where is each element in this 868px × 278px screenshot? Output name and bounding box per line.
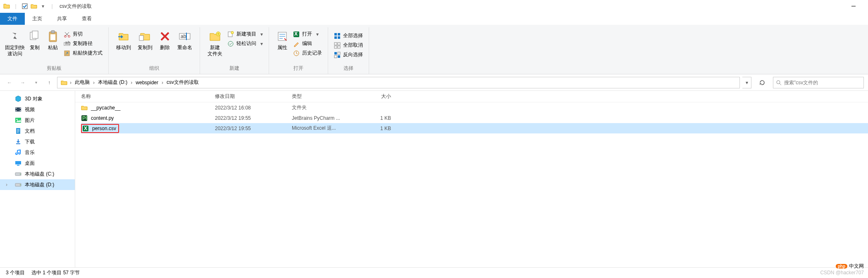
file-name: __pycache__ <box>91 105 120 111</box>
qat-dropdown-icon[interactable]: ▾ <box>40 3 46 10</box>
search-icon <box>776 80 782 86</box>
tab-share[interactable]: 共享 <box>50 13 74 25</box>
select-none-button[interactable]: 全部取消 <box>332 41 365 50</box>
tree-item[interactable]: 下载 <box>0 136 75 147</box>
svg-point-19 <box>228 41 233 46</box>
file-size: 1 KB <box>354 115 403 121</box>
copy-path-button[interactable]: abc复制路径 <box>62 39 104 48</box>
tab-view[interactable]: 查看 <box>74 13 99 25</box>
tree-label: 文档 <box>25 128 35 135</box>
ribbon-group-clipboard: 固定到快速访问 复制 粘贴 剪切 abc复制路径 粘贴快捷方式 剪贴板 <box>0 27 109 74</box>
rename-button[interactable]: ab 重命名 <box>174 27 196 52</box>
col-size[interactable]: 大小 <box>354 93 403 100</box>
tree-item[interactable]: 本地磁盘 (C:) <box>0 169 75 179</box>
paste-shortcut-button[interactable]: 粘贴快捷方式 <box>62 49 104 57</box>
selectnone-icon <box>334 42 341 49</box>
edit-icon <box>293 40 300 47</box>
properties-button[interactable]: 属性 <box>273 27 291 52</box>
file-row[interactable]: PCcontent.py2022/3/12 19:55JetBrains PyC… <box>81 113 868 123</box>
title-bar: | ▾ | csv文件的读取 <box>0 0 868 12</box>
easyaccess-icon <box>227 40 234 47</box>
ribbon-group-organize: 移动到 复制到 删除 ab 重命名 组织 <box>109 27 200 74</box>
ribbon-group-open: 属性 X打开▾ 编辑 历史记录 打开 <box>269 27 328 74</box>
copy-icon <box>29 29 40 44</box>
tree-item[interactable]: 视频 <box>0 104 75 115</box>
nav-recent-button[interactable]: ▾ <box>31 77 41 88</box>
properties-icon <box>277 29 288 44</box>
chevron-right-icon[interactable]: › <box>130 78 133 87</box>
search-box[interactable] <box>773 77 864 88</box>
file-date: 2022/3/12 19:55 <box>215 115 292 121</box>
cut-button[interactable]: 剪切 <box>62 30 104 38</box>
select-all-button[interactable]: 全部选择 <box>332 31 365 40</box>
new-folder-button[interactable]: 新建 文件夹 <box>204 27 226 59</box>
divider: | <box>49 3 55 10</box>
search-input[interactable] <box>784 80 861 86</box>
nav-forward-button[interactable]: → <box>17 77 28 88</box>
delete-icon <box>160 29 170 44</box>
chevron-right-icon[interactable]: › <box>161 78 164 87</box>
breadcrumb-item[interactable]: csv文件的读取 <box>164 77 201 88</box>
invert-selection-button[interactable]: 反向选择 <box>332 50 365 59</box>
col-date[interactable]: 修改日期 <box>215 93 292 100</box>
svg-point-44 <box>17 119 18 120</box>
chevron-right-icon[interactable]: › <box>69 78 72 87</box>
paste-icon <box>48 29 58 44</box>
tab-file[interactable]: 文件 <box>0 13 25 25</box>
group-label: 剪贴板 <box>47 64 62 74</box>
breadcrumb-item[interactable]: 此电脑 <box>72 77 92 88</box>
svg-point-36 <box>777 81 780 84</box>
svg-rect-46 <box>15 161 21 164</box>
col-name[interactable]: 名称 <box>81 93 215 100</box>
nav-back-button[interactable]: ← <box>4 77 15 88</box>
folder-icon <box>3 3 10 10</box>
new-item-button[interactable]: 新建项目▾ <box>226 30 265 38</box>
tree-item[interactable]: 3D 对象 <box>0 93 75 104</box>
tree-item[interactable]: 图片 <box>0 115 75 126</box>
minimize-button[interactable] <box>850 2 857 10</box>
tab-home[interactable]: 主页 <box>25 13 50 25</box>
tree-label: 本地磁盘 (D:) <box>25 181 54 188</box>
svg-rect-33 <box>338 52 340 55</box>
folder-small-icon[interactable] <box>31 3 37 10</box>
path-dropdown-button[interactable]: ▾ <box>742 77 751 88</box>
open-button[interactable]: X打开▾ <box>291 30 324 38</box>
pin-to-quick-access-button[interactable]: 固定到快速访问 <box>4 27 26 59</box>
group-label: 组织 <box>149 64 159 74</box>
rename-icon: ab <box>179 29 191 44</box>
tree-item[interactable]: 桌面 <box>0 158 75 169</box>
doc-icon <box>15 128 21 134</box>
move-to-button[interactable]: 移动到 <box>113 27 134 52</box>
chevron-right-icon[interactable]: › <box>6 182 7 188</box>
svg-rect-28 <box>334 43 337 45</box>
refresh-button[interactable] <box>756 77 768 88</box>
copy-button[interactable]: 复制 <box>26 27 44 52</box>
desk-icon <box>15 160 21 166</box>
svg-rect-31 <box>338 46 340 48</box>
paste-button[interactable]: 粘贴 <box>44 27 62 52</box>
checkbox-icon[interactable] <box>21 3 28 10</box>
copy-to-button[interactable]: 复制到 <box>134 27 156 52</box>
file-type: JetBrains PyCharm ... <box>292 115 354 121</box>
tree-item[interactable]: 音乐 <box>0 147 75 158</box>
easy-access-button[interactable]: 轻松访问▾ <box>226 39 265 48</box>
breadcrumb-bar[interactable]: › 此电脑 › 本地磁盘 (D:) › webspider › csv文件的读取 <box>57 77 740 88</box>
nav-up-button[interactable]: ↑ <box>44 77 55 88</box>
svg-rect-26 <box>334 36 337 39</box>
svg-text:X: X <box>84 126 87 131</box>
delete-button[interactable]: 删除 <box>156 27 174 52</box>
file-type: Microsoft Excel 逗... <box>292 125 354 132</box>
chevron-right-icon[interactable]: › <box>92 78 95 87</box>
file-row[interactable]: Xperson.csv2022/3/12 19:55Microsoft Exce… <box>81 123 868 133</box>
tree-item[interactable]: 文档 <box>0 126 75 136</box>
col-type[interactable]: 类型 <box>292 93 354 100</box>
highlight-box: Xperson.csv <box>81 124 119 133</box>
svg-rect-34 <box>334 55 337 58</box>
tree-label: 下载 <box>25 138 35 145</box>
breadcrumb-item[interactable]: webspider <box>133 78 161 87</box>
edit-button[interactable]: 编辑 <box>291 39 324 48</box>
breadcrumb-item[interactable]: 本地磁盘 (D:) <box>95 77 130 88</box>
tree-item[interactable]: ›本地磁盘 (D:) <box>0 179 75 190</box>
history-button[interactable]: 历史记录 <box>291 49 324 57</box>
file-row[interactable]: __pycache__2022/3/12 16:08文件夹 <box>81 102 868 113</box>
